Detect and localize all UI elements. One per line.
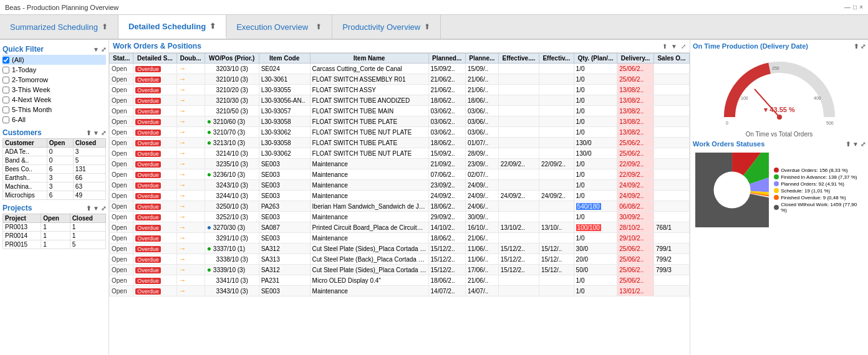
table-row[interactable]: Open Overdue → 3243/10 (3) SE003 Mainten… [110, 180, 690, 191]
export-wo-icon[interactable]: ⬆ [662, 43, 667, 50]
table-row[interactable]: Open Overdue → 3210/20 (3) L30-93055 FLO… [110, 85, 690, 95]
table-row[interactable]: Open Overdue → ● 3236/10 (3) SE003 Maint… [110, 169, 690, 180]
wo-sales [653, 233, 689, 244]
overdue-badge: Overdue [135, 119, 161, 125]
table-row[interactable]: Open Overdue → ● 3210/60 (3) L30-93058 F… [110, 116, 690, 127]
filter-item[interactable]: 5-This Month [2, 105, 106, 115]
wo-pos: ● 3337/10 (1) [205, 244, 259, 254]
col-customer: Customer [3, 139, 47, 148]
expand-projects-icon[interactable]: ⤢ [101, 205, 106, 212]
export-icon-productivity[interactable]: ⬆ [424, 22, 430, 31]
minimize-button[interactable]: — [844, 4, 851, 11]
export-icon-detailed[interactable]: ⬆ [210, 22, 216, 31]
window-controls[interactable]: — □ × [844, 4, 863, 11]
table-row[interactable]: Open Overdue → 3210/50 (3) L30-93057 FLO… [110, 106, 690, 116]
close-button[interactable]: × [859, 4, 863, 11]
table-row[interactable]: Open Overdue → 3343/10 (3) SE003 Mainten… [110, 286, 690, 296]
wo-eff2 [539, 64, 574, 74]
filter-item[interactable]: 3-This Week [2, 85, 106, 95]
export-projects-icon[interactable]: ⬆ [86, 205, 91, 212]
expand-customers-icon[interactable]: ⤢ [101, 130, 106, 136]
filter-item[interactable]: 4-Next Week [2, 95, 106, 105]
filter-checkbox[interactable] [2, 57, 9, 64]
list-item[interactable]: ADA Te..03 [3, 148, 106, 156]
filter-item[interactable]: 1-Today [2, 65, 106, 75]
tab-productivity[interactable]: Productivity Overview ⬆ [332, 15, 441, 39]
export-ontime-icon[interactable]: ⬆ [854, 43, 859, 50]
list-item[interactable]: Machina..363 [3, 182, 106, 191]
tab-detailed[interactable]: Detailed Scheduling ⬆ [118, 15, 226, 39]
filter-label: 6-All [12, 116, 26, 123]
table-row[interactable]: Open Overdue → 3244/10 (3) SE003 Mainten… [110, 191, 690, 201]
wo-doub: → [176, 265, 205, 275]
overdue-badge: Overdue [135, 161, 161, 168]
wo-col-header: Qty. (Plan/... [574, 54, 617, 64]
wo-planned2: 24/09/.. [465, 191, 498, 201]
filter-statuses-icon[interactable]: ▼ [852, 141, 859, 148]
table-row[interactable]: Open Overdue → 3291/10 (3) SE003 Mainten… [110, 233, 690, 244]
table-row[interactable]: Open Overdue → 3210/30 (3) L30-93056-AN.… [110, 95, 690, 106]
tab-execution[interactable]: Execution Overview ⬆ [226, 15, 332, 39]
legend-text: Closed Without Work: 1459 (77,90 %) [781, 202, 863, 213]
list-item[interactable]: PR001411 [3, 232, 106, 240]
wo-delivery: 13/08/2.. [617, 106, 654, 116]
wo-pos: ● 3210/70 (3) [205, 127, 259, 138]
list-item[interactable]: Band &..05 [3, 156, 106, 165]
table-row[interactable]: Open Overdue → ● 3270/30 (3) SA087 Print… [110, 222, 690, 233]
list-item[interactable]: PR001311 [3, 223, 106, 232]
expand-statuses-icon[interactable]: ⤢ [861, 141, 866, 148]
work-orders-grid[interactable]: Stat...Detailed S...Doub...WO/Pos (Prior… [109, 53, 690, 355]
wo-status: Open [110, 222, 133, 233]
table-row[interactable]: Open Overdue → 3341/10 (3) PA231 Micro O… [110, 275, 690, 286]
table-row[interactable]: Open Overdue → 3214/10 (3) L30-93062 FLO… [110, 148, 690, 159]
list-item[interactable]: Bees Co..6131 [3, 165, 106, 174]
filter-item[interactable]: (All) [2, 55, 106, 65]
table-row[interactable]: Open Overdue → 3210/10 (3) L30-3061 FLOA… [110, 74, 690, 85]
maximize-button[interactable]: □ [853, 4, 857, 11]
table-row[interactable]: Open Overdue → 3252/10 (3) SE003 Mainten… [110, 212, 690, 222]
filter-item[interactable]: 6-All [2, 115, 106, 125]
list-item[interactable]: PR001515 [3, 240, 106, 249]
table-row[interactable]: Open Overdue → ● 3210/70 (3) L30-93062 F… [110, 127, 690, 138]
expand-ontime-icon[interactable]: ⤢ [861, 43, 866, 50]
filter-checkbox[interactable] [2, 77, 9, 83]
filter-checkbox[interactable] [2, 87, 9, 93]
wo-planned1: 07/06/2.. [428, 169, 465, 180]
filter-icon[interactable]: ▼ [93, 46, 99, 53]
filter-checkbox[interactable] [2, 67, 9, 73]
filter-checkbox[interactable] [2, 116, 9, 123]
filter-item[interactable]: 2-Tomorrow [2, 75, 106, 85]
filter-customers-icon[interactable]: ▼ [93, 130, 99, 136]
export-statuses-icon[interactable]: ⬆ [846, 141, 851, 148]
table-row[interactable]: Open Overdue → ● 3339/10 (3) SA312 Cut S… [110, 265, 690, 275]
expand-icon[interactable]: ⤢ [101, 46, 106, 53]
wo-doub: → [176, 138, 205, 148]
wo-eff1 [498, 180, 539, 191]
filter-checkbox[interactable] [2, 107, 9, 113]
wo-delivery: 25/06/2.. [617, 254, 654, 265]
table-row[interactable]: Open Overdue → 3203/10 (3) SE024 Carcass… [110, 64, 690, 74]
filter-checkbox[interactable] [2, 97, 9, 103]
wo-planned1: 18/06/2.. [428, 201, 465, 212]
filter-projects-icon[interactable]: ▼ [93, 205, 99, 212]
table-row[interactable]: Open Overdue → ● 3213/10 (3) L30-93058 F… [110, 138, 690, 148]
wo-statuses-title: Work Orders Statuses [693, 140, 764, 148]
list-item[interactable]: Earthsh..366 [3, 174, 106, 182]
circle-indicator: ● [207, 223, 211, 232]
filter-wo-icon[interactable]: ▼ [671, 43, 677, 50]
export-icon-execution[interactable]: ⬆ [316, 22, 322, 31]
table-row[interactable]: Open Overdue → ● 3337/10 (1) SA312 Cut S… [110, 244, 690, 254]
export-icon-summarized[interactable]: ⬆ [102, 22, 108, 31]
table-row[interactable]: Open Overdue → 3235/10 (3) SE003 Mainten… [110, 159, 690, 169]
col-open: Open [47, 139, 73, 148]
list-item[interactable]: Microchips649 [3, 191, 106, 200]
wo-qty: 1/0 [574, 286, 617, 296]
table-row[interactable]: Open Overdue → 3250/10 (3) PA263 Iberian… [110, 201, 690, 212]
expand-wo-icon[interactable]: ⤢ [681, 43, 686, 50]
tab-summarized[interactable]: Summarized Scheduling ⬆ [0, 15, 118, 39]
wo-pos: 3250/10 (3) [205, 201, 259, 212]
wo-doub: → [176, 254, 205, 265]
export-customers-icon[interactable]: ⬆ [86, 130, 91, 136]
wo-eff2 [539, 212, 574, 222]
table-row[interactable]: Open Overdue → 3338/10 (3) SA313 Cut Ste… [110, 254, 690, 265]
